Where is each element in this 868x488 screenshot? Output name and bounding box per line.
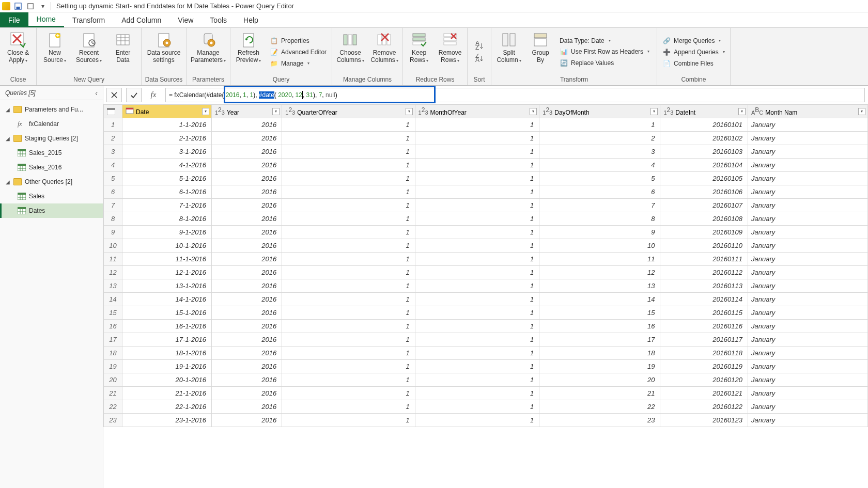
table-row[interactable]: 1414-1-20162016111420160114January xyxy=(104,293,868,306)
row-number[interactable]: 14 xyxy=(104,293,122,306)
row-number[interactable]: 10 xyxy=(104,239,122,253)
filter-icon[interactable]: ▾ xyxy=(650,108,658,115)
filter-icon[interactable]: ▾ xyxy=(406,108,413,115)
table-row[interactable]: 22-1-2016201611220160102January xyxy=(104,132,868,145)
column-header-month nam[interactable]: ABCMonth Nam▾ xyxy=(748,105,868,118)
row-number[interactable]: 18 xyxy=(104,347,122,360)
table-row[interactable]: 2121-1-20162016112120160121January xyxy=(104,387,868,400)
table-row[interactable]: 88-1-2016201611820160108January xyxy=(104,212,868,226)
row-number[interactable]: 21 xyxy=(104,387,122,400)
tree-group[interactable]: ◢Other Queries [2] xyxy=(0,175,103,189)
tree-item-sales[interactable]: Sales xyxy=(0,189,103,203)
group-by-button[interactable]: Group By xyxy=(526,29,554,75)
tab-transform[interactable]: Transform xyxy=(64,12,113,27)
row-number[interactable]: 19 xyxy=(104,360,122,373)
cancel-formula-button[interactable] xyxy=(106,88,122,102)
manage-button[interactable]: 📁Manage▾ xyxy=(269,59,328,68)
table-row[interactable]: 1111-1-20162016111120160111January xyxy=(104,253,868,266)
save-icon[interactable] xyxy=(13,2,23,11)
row-number[interactable]: 23 xyxy=(104,414,122,427)
table-row[interactable]: 77-1-2016201611720160107January xyxy=(104,199,868,212)
column-header-quarterofyear[interactable]: 123QuarterOfYear▾ xyxy=(282,105,415,118)
data-type-button[interactable]: Data Type: Date▾ xyxy=(559,37,653,45)
refresh-preview-button[interactable]: Refresh Preview▾ xyxy=(233,29,265,75)
row-number[interactable]: 8 xyxy=(104,212,122,226)
tab-view[interactable]: View xyxy=(169,12,202,27)
choose-columns-button[interactable]: Choose Columns▾ xyxy=(334,29,366,75)
column-header-dateint[interactable]: 123DateInt▾ xyxy=(660,105,748,118)
table-row[interactable]: 1010-1-20162016111020160110January xyxy=(104,239,868,253)
qat-dropdown-icon[interactable]: ▾ xyxy=(38,2,48,11)
column-header-monthofyear[interactable]: 123MonthOfYear▾ xyxy=(415,105,539,118)
row-number[interactable]: 7 xyxy=(104,199,122,212)
table-row[interactable]: 1717-1-20162016111720160117January xyxy=(104,333,868,347)
properties-button[interactable]: 📋Properties xyxy=(269,36,328,45)
data-grid[interactable]: Date▾123Year▾123QuarterOfYear▾123MonthOf… xyxy=(103,104,868,488)
row-number[interactable]: 1 xyxy=(104,118,122,132)
table-row[interactable]: 55-1-2016201611520160105January xyxy=(104,172,868,185)
table-row[interactable]: 99-1-2016201611920160109January xyxy=(104,226,868,239)
merge-queries-button[interactable]: 🔗Merge Queries▾ xyxy=(661,36,726,45)
recent-sources-button[interactable]: Recent Sources▾ xyxy=(73,29,105,75)
column-header-year[interactable]: 123Year▾ xyxy=(211,105,282,118)
tab-help[interactable]: Help xyxy=(235,12,267,27)
keep-rows-button[interactable]: Keep Rows▾ xyxy=(405,29,433,75)
type-icon[interactable]: 123 xyxy=(663,106,673,116)
type-icon[interactable]: 123 xyxy=(542,106,552,116)
row-number[interactable]: 22 xyxy=(104,400,122,414)
row-number[interactable]: 11 xyxy=(104,253,122,266)
type-icon[interactable]: 123 xyxy=(285,106,295,116)
type-icon[interactable]: 123 xyxy=(215,106,225,116)
row-number[interactable]: 3 xyxy=(104,145,122,159)
tree-group[interactable]: ◢Staging Queries [2] xyxy=(0,131,103,146)
row-number[interactable]: 6 xyxy=(104,185,122,199)
table-row[interactable]: 2323-1-20162016112320160123January xyxy=(104,414,868,427)
formula-input[interactable]: = fxCalendar( #date( 2016 , 1 , 1 ), #da… xyxy=(165,88,865,102)
tab-home[interactable]: Home xyxy=(28,12,64,27)
append-queries-button[interactable]: ➕Append Queries▾ xyxy=(661,48,726,57)
table-row[interactable]: 1212-1-20162016111220160112January xyxy=(104,266,868,279)
filter-icon[interactable]: ▾ xyxy=(272,108,280,115)
collapse-queries-icon[interactable]: ‹ xyxy=(95,89,98,97)
tab-file[interactable]: File xyxy=(0,12,28,27)
filter-icon[interactable]: ▾ xyxy=(738,108,746,115)
table-menu-button[interactable] xyxy=(104,105,122,118)
table-row[interactable]: 2020-1-20162016112020160120January xyxy=(104,373,868,387)
row-number[interactable]: 13 xyxy=(104,279,122,293)
row-number[interactable]: 5 xyxy=(104,172,122,185)
sort-desc-button[interactable]: ZA xyxy=(473,53,486,64)
row-number[interactable]: 15 xyxy=(104,306,122,320)
table-row[interactable]: 2222-1-20162016112220160122January xyxy=(104,400,868,414)
table-row[interactable]: 33-1-2016201611320160103January xyxy=(104,145,868,159)
remove-rows-button[interactable]: Remove Rows▾ xyxy=(435,29,465,75)
manage-parameters-button[interactable]: Manage Parameters▾ xyxy=(189,29,228,75)
tab-add-column[interactable]: Add Column xyxy=(113,12,169,27)
split-column-button[interactable]: Split Column▾ xyxy=(493,29,524,75)
table-row[interactable]: 1515-1-20162016111520160115January xyxy=(104,306,868,320)
remove-columns-button[interactable]: Remove Columns▾ xyxy=(368,29,400,75)
tree-item-fxcalendar[interactable]: fxfxCalendar xyxy=(0,117,103,131)
filter-icon[interactable]: ▾ xyxy=(530,108,537,115)
new-source-button[interactable]: New Source▾ xyxy=(39,29,71,75)
filter-icon[interactable]: ▾ xyxy=(858,108,865,115)
type-icon[interactable]: 123 xyxy=(419,106,428,116)
row-number[interactable]: 12 xyxy=(104,266,122,279)
combine-files-button[interactable]: 📄Combine Files xyxy=(661,59,726,68)
table-row[interactable]: 1616-1-20162016111620160116January xyxy=(104,320,868,333)
filter-icon[interactable]: ▾ xyxy=(202,108,209,115)
row-number[interactable]: 4 xyxy=(104,159,122,172)
enter-data-button[interactable]: Enter Data xyxy=(107,29,139,75)
table-row[interactable]: 66-1-2016201611620160106January xyxy=(104,185,868,199)
table-row[interactable]: 1313-1-20162016111320160113January xyxy=(104,279,868,293)
sort-asc-button[interactable]: AZ xyxy=(473,40,486,52)
row-number[interactable]: 9 xyxy=(104,226,122,239)
data-source-settings-button[interactable]: Data source settings xyxy=(144,29,184,75)
first-row-headers-button[interactable]: 📊Use First Row as Headers▾ xyxy=(559,47,653,56)
table-row[interactable]: 11-1-2016201611120160101January xyxy=(104,118,868,132)
replace-values-button[interactable]: 🔄Replace Values xyxy=(559,58,653,68)
column-header-date[interactable]: Date▾ xyxy=(122,105,212,118)
column-header-dayofmonth[interactable]: 123DayOfMonth▾ xyxy=(539,105,660,118)
tree-item-sales_2016[interactable]: Sales_2016 xyxy=(0,160,103,175)
tab-tools[interactable]: Tools xyxy=(202,12,235,27)
table-row[interactable]: 1818-1-20162016111820160118January xyxy=(104,347,868,360)
